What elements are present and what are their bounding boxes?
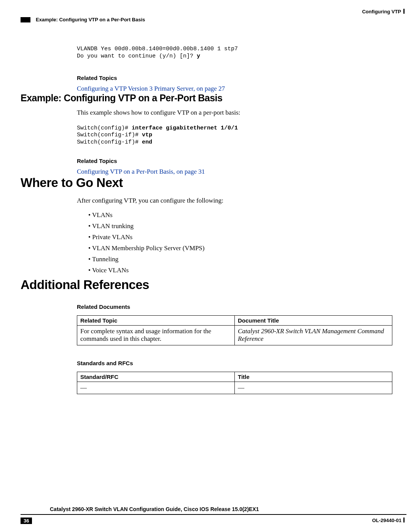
table-row: Related Topic Document Title <box>77 315 392 325</box>
code-block-2: Switch(config)# interface gigabitetherne… <box>77 125 402 146</box>
heading-additional-references: Additional References <box>21 278 406 292</box>
table-row: Standard/RFC Title <box>77 372 392 382</box>
table-header: Standard/RFC <box>77 372 235 382</box>
footer-rule <box>21 514 406 515</box>
related-topics-1: Related Topics Configuring a VTP Version… <box>77 75 402 93</box>
link-vtp-per-port[interactable]: Configuring VTP on a Per-Port Basis, on … <box>77 168 402 176</box>
footer-bar-icon <box>403 518 405 522</box>
footer-doc-id-text: OL-29440-01 <box>372 518 401 523</box>
standards-heading: Standards and RFCs <box>77 360 402 366</box>
where-intro-wrap: After configuring VTP, you can configure… <box>77 197 402 204</box>
footer-page-number: 36 <box>21 518 32 524</box>
code2-l2a: Switch(config-if)# <box>77 132 142 138</box>
list-item: Tunneling <box>88 256 406 263</box>
heading-where-to-go-next: Where to Go Next <box>21 176 406 190</box>
code2-l1a: Switch(config)# <box>77 125 132 131</box>
header-chapter: Configuring VTP <box>362 9 405 14</box>
code2-l1b: interface gigabitethernet 1/0/1 <box>132 125 238 131</box>
header-block-icon <box>21 17 30 22</box>
footer-doc-id: OL-29440-01 <box>372 518 405 523</box>
table-cell: — <box>77 382 235 394</box>
example-intro-wrap: This example shows how to configure VTP … <box>77 109 402 117</box>
where-list: VLANs VLAN trunking Private VLANs VLAN M… <box>88 211 406 274</box>
list-item: VLAN Membership Policy Server (VMPS) <box>88 244 406 252</box>
code1-line2a: Do you want to continue (y/n) [n]? <box>77 53 197 59</box>
related-documents-section: Related Documents Related Topic Document… <box>77 304 402 345</box>
header-bar-icon <box>403 9 405 14</box>
related-topics-heading-2: Related Topics <box>77 158 402 164</box>
page: Configuring VTP Example: Configuring VTP… <box>0 0 411 532</box>
table-header: Document Title <box>235 315 392 325</box>
related-topics-2: Related Topics Configuring VTP on a Per-… <box>77 158 402 176</box>
where-intro: After configuring VTP, you can configure… <box>77 197 402 204</box>
standards-table: Standard/RFC Title — — <box>77 372 392 394</box>
code2-l2b: vtp <box>142 132 152 138</box>
code2-l3b: end <box>142 139 152 145</box>
table-row: — — <box>77 382 392 394</box>
code1-line2b: y <box>197 53 200 59</box>
list-item: VLANs <box>88 211 406 219</box>
list-item: Voice VLANs <box>88 267 406 274</box>
example-intro: This example shows how to configure VTP … <box>77 109 402 117</box>
list-item: VLAN trunking <box>88 222 406 230</box>
header-chapter-text: Configuring VTP <box>362 9 401 14</box>
table-header: Title <box>235 372 392 382</box>
code1-line1: VLANDB Yes 00d0.00b8.1400=00d0.00b8.1400… <box>77 46 238 52</box>
related-documents-heading: Related Documents <box>77 304 402 310</box>
table-cell: — <box>235 382 392 394</box>
page-number: 36 <box>21 518 32 524</box>
code-block-1: VLANDB Yes 00d0.00b8.1400=00d0.00b8.1400… <box>77 46 402 60</box>
heading-example-per-port: Example: Configuring VTP on a Per-Port B… <box>21 93 406 104</box>
header-breadcrumb: Example: Configuring VTP on a Per-Port B… <box>21 17 145 22</box>
standards-section: Standards and RFCs Standard/RFC Title — … <box>77 360 402 394</box>
table-cell: For complete syntax and usage informatio… <box>77 325 235 345</box>
table-cell: Catalyst 2960-XR Switch VLAN Management … <box>235 325 392 345</box>
related-documents-table: Related Topic Document Title For complet… <box>77 315 392 345</box>
content-area: VLANDB Yes 00d0.00b8.1400=00d0.00b8.1400… <box>21 46 406 394</box>
footer-guide-title: Catalyst 2960-XR Switch VLAN Configurati… <box>50 506 259 512</box>
header-breadcrumb-text: Example: Configuring VTP on a Per-Port B… <box>36 17 145 22</box>
table-header: Related Topic <box>77 315 235 325</box>
related-topics-heading: Related Topics <box>77 75 402 81</box>
list-item: Private VLANs <box>88 233 406 241</box>
code2-l3a: Switch(config-if)# <box>77 139 142 145</box>
link-vtp-v3-primary-server[interactable]: Configuring a VTP Version 3 Primary Serv… <box>77 85 402 93</box>
table-row: For complete syntax and usage informatio… <box>77 325 392 345</box>
